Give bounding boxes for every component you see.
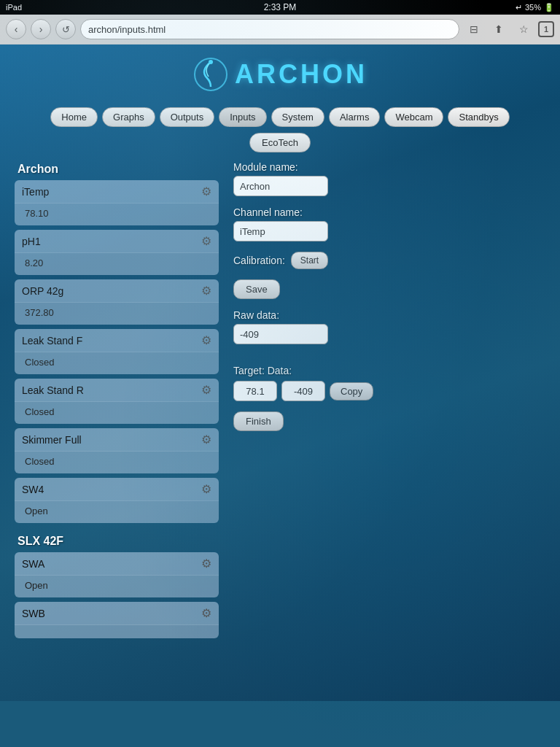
sensor-group-swb: SWB ⚙ bbox=[15, 602, 219, 638]
address-bar[interactable]: archon/inputs.html bbox=[80, 19, 459, 39]
sensor-row-itemp: iTemp ⚙ bbox=[15, 180, 219, 204]
sensor-value-row-orp: 372.80 bbox=[15, 303, 219, 325]
copy-button[interactable]: Copy bbox=[330, 382, 373, 400]
sensor-row-leakr: Leak Stand R ⚙ bbox=[15, 379, 219, 402]
browser-toolbar: ‹ › ↺ archon/inputs.html ⊟ ⬆ ☆ 1 bbox=[0, 15, 560, 44]
gear-icon-orp[interactable]: ⚙ bbox=[201, 284, 211, 298]
nav-bar: Home Graphs Outputs Inputs System Alarms… bbox=[0, 101, 560, 130]
reload-button[interactable]: ↺ bbox=[55, 19, 76, 39]
sensor-value-itemp: 78.10 bbox=[25, 208, 49, 219]
sensor-value-swa: Open bbox=[25, 580, 48, 591]
page-content: ARCHON Home Graphs Outputs Inputs System… bbox=[0, 44, 560, 701]
gear-icon-swa[interactable]: ⚙ bbox=[201, 557, 211, 570]
save-button[interactable]: Save bbox=[233, 279, 280, 299]
data-input[interactable] bbox=[281, 381, 325, 401]
sensor-group-swa: SWA ⚙ Open bbox=[15, 552, 219, 597]
sensor-value-row-itemp: 78.10 bbox=[15, 204, 219, 225]
section2-title: SLX 42F bbox=[15, 527, 219, 552]
right-panel: Module name: Channel name: Calibration: … bbox=[233, 158, 545, 431]
gear-icon-sw4[interactable]: ⚙ bbox=[201, 482, 211, 496]
address-text: archon/inputs.html bbox=[88, 24, 166, 35]
svg-point-1 bbox=[209, 60, 213, 64]
module-name-input[interactable] bbox=[233, 176, 328, 196]
section1-title: Archon bbox=[15, 158, 219, 180]
sensor-name-itemp: iTemp bbox=[22, 186, 49, 198]
finish-button[interactable]: Finish bbox=[233, 411, 284, 431]
sensor-row-orp: ORP 42g ⚙ bbox=[15, 279, 219, 303]
channel-name-input[interactable] bbox=[233, 221, 328, 241]
status-right: ↵ 35% 🔋 bbox=[516, 3, 554, 12]
logo-text: ARCHON bbox=[235, 59, 368, 90]
nav-webcam[interactable]: Webcam bbox=[384, 107, 443, 127]
status-bar: iPad 2:33 PM ↵ 35% 🔋 bbox=[0, 0, 560, 15]
sensor-value-orp: 372.80 bbox=[25, 307, 54, 318]
sensor-name-orp: ORP 42g bbox=[22, 285, 63, 297]
share-button[interactable]: ⬆ bbox=[489, 19, 509, 39]
back-icon: ‹ bbox=[15, 23, 18, 35]
sensor-group-skimmer: Skimmer Full ⚙ Closed bbox=[15, 428, 219, 473]
sensor-value-row-swa: Open bbox=[15, 576, 219, 597]
sensor-value-row-skimmer: Closed bbox=[15, 452, 219, 473]
battery-icon: 🔋 bbox=[544, 3, 554, 12]
bluetooth-icon: ↵ bbox=[516, 3, 522, 12]
nav-outputs[interactable]: Outputs bbox=[160, 107, 215, 127]
nav-standbys[interactable]: Standbys bbox=[448, 107, 509, 127]
sensor-group-ph1: pH1 ⚙ 8.20 bbox=[15, 230, 219, 275]
nav-alarms[interactable]: Alarms bbox=[329, 107, 380, 127]
sensor-row-swb: SWB ⚙ bbox=[15, 602, 219, 625]
nav-ecotech[interactable]: EcoTech bbox=[249, 133, 311, 152]
target-input[interactable] bbox=[233, 381, 277, 401]
sensor-name-sw4: SW4 bbox=[22, 484, 44, 495]
sensor-row-leakf: Leak Stand F ⚙ bbox=[15, 329, 219, 352]
sensor-name-skimmer: Skimmer Full bbox=[22, 434, 82, 446]
nav-graphs[interactable]: Graphs bbox=[102, 107, 155, 127]
channel-name-row: Channel name: bbox=[233, 206, 545, 241]
module-name-label: Module name: bbox=[233, 161, 545, 173]
time-label: 2:33 PM bbox=[264, 2, 297, 12]
battery-label: 35% bbox=[525, 3, 541, 12]
gear-icon-swb[interactable]: ⚙ bbox=[201, 606, 211, 620]
tab-count[interactable]: 1 bbox=[538, 21, 554, 37]
logo-icon bbox=[192, 56, 229, 93]
nav-inputs[interactable]: Inputs bbox=[219, 107, 266, 127]
sensor-value-row-ph1: 8.20 bbox=[15, 253, 219, 275]
bookmark-button[interactable]: ☆ bbox=[513, 19, 534, 39]
forward-icon: › bbox=[39, 23, 43, 35]
target-data-row: Target: Data: Copy bbox=[233, 365, 545, 401]
left-panel: Archon iTemp ⚙ 78.10 pH1 ⚙ 8.20 bbox=[15, 158, 219, 643]
sensor-value-row-leakf: Closed bbox=[15, 352, 219, 374]
logo-container: ARCHON bbox=[192, 56, 368, 93]
browser-chrome: ‹ › ↺ archon/inputs.html ⊟ ⬆ ☆ 1 bbox=[0, 15, 560, 44]
browser-actions: ⊟ ⬆ ☆ 1 bbox=[464, 19, 554, 39]
target-data-inputs: Copy bbox=[233, 381, 545, 401]
sensor-name-swa: SWA bbox=[22, 558, 44, 570]
nav-home[interactable]: Home bbox=[50, 107, 98, 127]
sensor-value-leakr: Closed bbox=[25, 406, 54, 417]
reload-icon: ↺ bbox=[62, 24, 70, 35]
gear-icon-ph1[interactable]: ⚙ bbox=[201, 234, 211, 248]
back-button[interactable]: ‹ bbox=[6, 19, 26, 39]
sensor-row-ph1: pH1 ⚙ bbox=[15, 230, 219, 253]
sensor-value-row-leakr: Closed bbox=[15, 402, 219, 424]
sensor-group-orp: ORP 42g ⚙ 372.80 bbox=[15, 279, 219, 325]
sensor-name-ph1: pH1 bbox=[22, 236, 41, 247]
nav-system[interactable]: System bbox=[271, 107, 324, 127]
calibration-label: Calibration: bbox=[233, 255, 285, 266]
sensor-group-leakf: Leak Stand F ⚙ Closed bbox=[15, 329, 219, 374]
gear-icon-skimmer[interactable]: ⚙ bbox=[201, 433, 211, 446]
raw-data-input[interactable] bbox=[233, 324, 328, 344]
sensor-value-sw4: Open bbox=[25, 506, 48, 516]
gear-icon-leakf[interactable]: ⚙ bbox=[201, 333, 211, 347]
calibration-row: Calibration: Start bbox=[233, 252, 545, 269]
sensor-row-skimmer: Skimmer Full ⚙ bbox=[15, 428, 219, 452]
sensor-row-swa: SWA ⚙ bbox=[15, 552, 219, 576]
gear-icon-itemp[interactable]: ⚙ bbox=[201, 185, 211, 198]
sensor-name-leakf: Leak Stand F bbox=[22, 335, 82, 347]
reader-mode-button[interactable]: ⊟ bbox=[464, 19, 484, 39]
sensor-name-swb: SWB bbox=[22, 608, 45, 619]
start-button[interactable]: Start bbox=[291, 252, 328, 269]
forward-button[interactable]: › bbox=[31, 19, 51, 39]
gear-icon-leakr[interactable]: ⚙ bbox=[201, 383, 211, 397]
sensor-group-leakr: Leak Stand R ⚙ Closed bbox=[15, 379, 219, 424]
raw-data-row: Raw data: bbox=[233, 309, 545, 355]
